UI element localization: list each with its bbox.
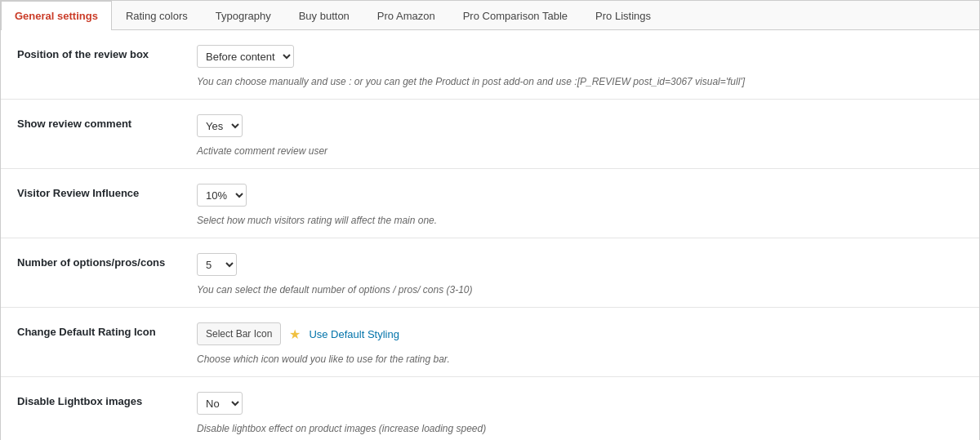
settings-content: Position of the review boxBefore content… — [1, 30, 979, 440]
setting-description-change-rating-icon: Choose which icon would you like to use … — [197, 353, 963, 365]
select-disable-lightbox[interactable]: NoYes — [197, 392, 243, 415]
tab-pro-listings[interactable]: Pro Listings — [581, 1, 665, 30]
tabs-bar: General settingsRating colorsTypographyB… — [1, 1, 979, 30]
select-visitor-review-influence[interactable]: 0%5%10%15%20%25%30% — [197, 184, 247, 207]
select-position-review-box[interactable]: Before contentAfter contentManual — [197, 45, 294, 68]
setting-control-change-rating-icon: Select Bar Icon★ Use Default Styling — [197, 322, 399, 345]
star-icon: ★ — [289, 327, 301, 342]
setting-description-disable-lightbox: Disable lightbox effect on product image… — [197, 423, 963, 434]
select-bar-icon-button[interactable]: Select Bar Icon — [197, 322, 281, 345]
setting-label-position-review-box: Position of the review box — [17, 45, 197, 60]
setting-control-visitor-review-influence: 0%5%10%15%20%25%30% — [197, 184, 247, 207]
setting-label-change-rating-icon: Change Default Rating Icon — [17, 322, 197, 338]
setting-control-show-review-comment: YesNo — [197, 114, 243, 137]
tab-typography[interactable]: Typography — [202, 1, 285, 30]
setting-control-number-options: 345678910 — [197, 253, 237, 276]
setting-control-disable-lightbox: NoYes — [197, 392, 243, 415]
setting-row-number-options: Number of options/pros/cons345678910You … — [1, 238, 979, 308]
select-number-options[interactable]: 345678910 — [197, 253, 237, 276]
setting-label-visitor-review-influence: Visitor Review Influence — [17, 184, 197, 199]
setting-row-disable-lightbox: Disable Lightbox imagesNoYesDisable ligh… — [1, 377, 979, 440]
setting-label-number-options: Number of options/pros/cons — [17, 253, 197, 269]
setting-row-show-review-comment: Show review commentYesNoActivate comment… — [1, 100, 979, 169]
tab-pro-comparison[interactable]: Pro Comparison Table — [449, 1, 581, 30]
setting-description-number-options: You can select the default number of opt… — [197, 284, 963, 296]
setting-label-disable-lightbox: Disable Lightbox images — [17, 392, 197, 407]
setting-row-change-rating-icon: Change Default Rating IconSelect Bar Ico… — [1, 308, 979, 377]
setting-description-visitor-review-influence: Select how much visitors rating will aff… — [197, 215, 963, 226]
select-show-review-comment[interactable]: YesNo — [197, 114, 243, 137]
setting-description-position-review-box: You can choose manually and use : or you… — [197, 76, 963, 87]
setting-control-position-review-box: Before contentAfter contentManual — [197, 45, 294, 68]
setting-label-show-review-comment: Show review comment — [17, 114, 197, 130]
use-default-styling-link[interactable]: Use Default Styling — [309, 328, 399, 340]
tab-rating-colors[interactable]: Rating colors — [112, 1, 202, 30]
setting-row-position-review-box: Position of the review boxBefore content… — [1, 30, 979, 100]
tab-buy-button[interactable]: Buy button — [285, 1, 363, 30]
tab-pro-amazon[interactable]: Pro Amazon — [363, 1, 449, 30]
setting-row-visitor-review-influence: Visitor Review Influence0%5%10%15%20%25%… — [1, 169, 979, 238]
page-wrapper: General settingsRating colorsTypographyB… — [0, 0, 980, 440]
setting-description-show-review-comment: Activate comment review user — [197, 145, 963, 157]
tab-general[interactable]: General settings — [1, 1, 112, 30]
